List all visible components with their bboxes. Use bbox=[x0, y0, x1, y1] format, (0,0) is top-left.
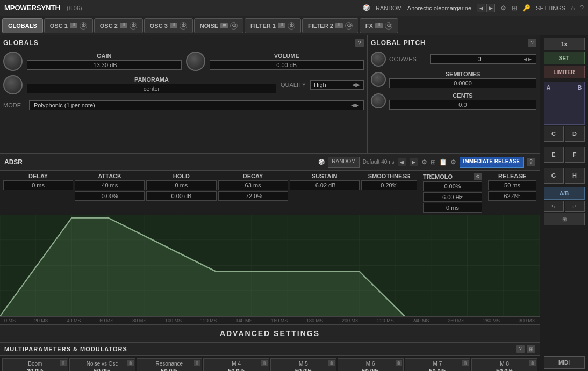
attack-value1[interactable]: 40 ms bbox=[75, 180, 145, 190]
multi-param-boom-del[interactable]: 🗑 bbox=[60, 360, 67, 366]
pitch-help-btn[interactable]: ? bbox=[528, 39, 536, 47]
smoothness-value[interactable]: 0.20% bbox=[361, 180, 417, 190]
fx-power[interactable]: ⏻ bbox=[385, 22, 392, 30]
multi-param-m4-del[interactable]: 🗑 bbox=[261, 360, 268, 366]
osc1-power[interactable]: ⏻ bbox=[80, 22, 87, 30]
sidebar-grid-btn[interactable]: ⊞ bbox=[544, 213, 585, 225]
octaves-knob[interactable] bbox=[371, 52, 386, 67]
adsr-icon1[interactable]: ⚙ bbox=[421, 158, 427, 166]
semitones-knob[interactable] bbox=[371, 72, 386, 87]
tab-globals[interactable]: GLOBALS bbox=[2, 18, 43, 33]
tab-filter2[interactable]: FILTER 2 ⠿ ⏻ bbox=[302, 18, 358, 33]
tab-filter1[interactable]: FILTER 1 ⠿ ⏻ bbox=[245, 18, 301, 33]
tab-fx[interactable]: FX ⠿ ⏻ bbox=[360, 18, 398, 33]
hold-value2[interactable]: 0.00 dB bbox=[146, 191, 216, 201]
attack-value2[interactable]: 0.00% bbox=[75, 191, 145, 201]
content-area: GLOBALS ? GAIN -13.30 dB bbox=[0, 35, 540, 371]
tab-osc3[interactable]: OSC 3 ⠿ ⏻ bbox=[144, 18, 193, 33]
osc2-power[interactable]: ⏻ bbox=[130, 22, 137, 30]
adsr-help-btn[interactable]: ? bbox=[527, 158, 535, 166]
panorama-value[interactable]: center bbox=[27, 84, 276, 93]
multi-param-m7: M 7 50.0% 🗑 bbox=[405, 358, 471, 371]
multi-param-m7-del[interactable]: 🗑 bbox=[462, 360, 469, 366]
sidebar-limiter-btn[interactable]: LIMITER bbox=[544, 66, 585, 78]
multi-param-m5-del[interactable]: 🗑 bbox=[328, 360, 335, 366]
adsr-icon2[interactable]: ⊞ bbox=[431, 158, 436, 166]
mode-right-arrow[interactable]: ▶ bbox=[355, 103, 359, 108]
multiparams-help-btn[interactable]: ? bbox=[516, 345, 525, 353]
sidebar-h-btn[interactable]: H bbox=[565, 168, 585, 184]
multiparams-expand-btn[interactable]: ⊞ bbox=[527, 345, 535, 353]
home-icon[interactable]: ⌂ bbox=[571, 4, 575, 12]
adsr-random-icon: 🎲 bbox=[318, 159, 325, 165]
sidebar-g-btn[interactable]: G bbox=[544, 168, 564, 184]
sidebar-d-btn[interactable]: D bbox=[565, 126, 585, 142]
osc3-power[interactable]: ⏻ bbox=[180, 22, 187, 30]
quality-right-arrow[interactable]: ▶ bbox=[356, 82, 360, 88]
noise-power[interactable]: ⏻ bbox=[230, 22, 238, 30]
tremolo-value2[interactable]: 6.00 Hz bbox=[423, 192, 482, 202]
settings-label[interactable]: SETTINGS bbox=[536, 5, 565, 11]
release-value1[interactable]: 50 ms bbox=[488, 180, 536, 190]
multi-param-m6-label: M 6 bbox=[340, 361, 401, 367]
tab-noise[interactable]: NOISE ≋ ⏻ bbox=[194, 18, 243, 33]
hold-value1[interactable]: 0 ms bbox=[146, 180, 216, 190]
sidebar-f-btn[interactable]: F bbox=[565, 147, 585, 163]
tremolo-value1[interactable]: 0.00% bbox=[423, 181, 482, 191]
prev-preset-btn[interactable]: ◀ bbox=[477, 4, 485, 12]
cents-value[interactable]: 0.0 bbox=[389, 100, 536, 110]
octaves-left-arrow[interactable]: ◀ bbox=[524, 56, 527, 62]
filter1-power[interactable]: ⏻ bbox=[288, 22, 295, 30]
multi-param-noise-del[interactable]: 🗑 bbox=[127, 360, 134, 366]
tremolo-value3[interactable]: 0 ms bbox=[423, 203, 482, 213]
multi-param-m6-del[interactable]: 🗑 bbox=[396, 360, 402, 366]
immediate-release-btn[interactable]: IMMEDIATE RELEASE bbox=[460, 157, 524, 168]
octaves-selector[interactable]: 0 ◀ ▶ bbox=[430, 54, 536, 64]
adsr-section: ADSR 🎲 RANDOM Default 40ms ◀ ▶ ⚙ ⊞ 📋 ⚙ I… bbox=[0, 154, 540, 325]
decay-value2[interactable]: -72.0% bbox=[218, 191, 288, 201]
random-label[interactable]: RANDOM bbox=[376, 5, 402, 11]
graph-label-300ms: 300 MS bbox=[519, 318, 535, 323]
decay-value1[interactable]: 63 ms bbox=[218, 180, 288, 190]
sidebar-copy-btn2[interactable]: ⇄ bbox=[565, 201, 585, 212]
sidebar-c-btn[interactable]: C bbox=[544, 126, 564, 142]
cents-knob[interactable] bbox=[371, 93, 386, 108]
multi-param-resonance-del[interactable]: 🗑 bbox=[194, 360, 200, 366]
mode-selector[interactable]: Polyphonic (1 per note) ◀ ▶ bbox=[29, 100, 364, 110]
tremolo-settings-btn[interactable]: ⚙ bbox=[474, 173, 482, 180]
next-preset-btn[interactable]: ▶ bbox=[486, 4, 495, 12]
filter2-power[interactable]: ⏻ bbox=[345, 22, 353, 30]
sidebar-copy-btn1[interactable]: ⇆ bbox=[544, 201, 564, 212]
quality-selector[interactable]: High ◀ ▶ bbox=[310, 80, 364, 90]
multi-param-m5-value: 50.0% bbox=[273, 368, 334, 371]
quality-left-arrow[interactable]: ◀ bbox=[352, 82, 356, 88]
adsr-icon3[interactable]: 📋 bbox=[439, 158, 447, 166]
gain-knob[interactable] bbox=[3, 52, 23, 71]
sustain-value[interactable]: -6.02 dB bbox=[290, 180, 360, 190]
sidebar-set-btn[interactable]: SET bbox=[544, 52, 585, 64]
delay-value[interactable]: 0 ms bbox=[3, 180, 73, 190]
help-icon[interactable]: ? bbox=[580, 4, 584, 12]
panorama-knob[interactable] bbox=[3, 75, 23, 94]
mode-left-arrow[interactable]: ◀ bbox=[351, 103, 355, 108]
tab-osc1[interactable]: OSC 1 ⠿ ⏻ bbox=[44, 18, 93, 33]
tremolo-label: TREMOLO bbox=[423, 173, 453, 180]
sidebar-ab-switch-btn[interactable]: A/B bbox=[544, 187, 585, 200]
gain-value[interactable]: -13.30 dB bbox=[27, 60, 182, 70]
volume-value[interactable]: 0.00 dB bbox=[210, 60, 364, 70]
mode-value: Polyphonic (1 per note) bbox=[34, 102, 95, 108]
sidebar-midi-btn[interactable]: MIDI bbox=[544, 356, 585, 369]
octaves-right-arrow[interactable]: ▶ bbox=[528, 56, 532, 62]
release-value2[interactable]: 62.4% bbox=[488, 191, 536, 201]
multi-param-m8-del[interactable]: 🗑 bbox=[529, 360, 536, 366]
adsr-next-btn[interactable]: ▶ bbox=[410, 158, 418, 166]
tab-osc2[interactable]: OSC 2 ⠿ ⏻ bbox=[94, 18, 143, 33]
sidebar-e-btn[interactable]: E bbox=[544, 147, 564, 163]
volume-knob[interactable] bbox=[186, 52, 205, 71]
semitones-value[interactable]: 0.0000 bbox=[389, 78, 536, 88]
adsr-icon4[interactable]: ⚙ bbox=[450, 158, 456, 166]
sidebar-1x-btn[interactable]: 1x bbox=[544, 38, 585, 50]
globals-help-btn[interactable]: ? bbox=[355, 39, 364, 47]
adsr-prev-btn[interactable]: ◀ bbox=[398, 158, 406, 166]
adsr-random-btn[interactable]: RANDOM bbox=[328, 157, 359, 168]
